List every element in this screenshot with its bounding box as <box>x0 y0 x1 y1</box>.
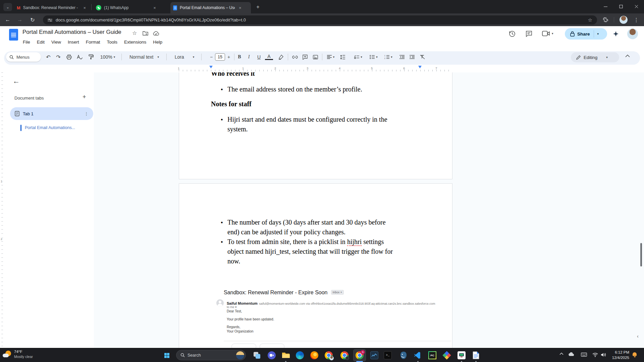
insert-image-icon[interactable] <box>311 53 320 61</box>
outline-item-portal-email[interactable]: Portal Email Automations... <box>25 125 75 130</box>
browser-tab-whatsapp[interactable]: (1) WhatsApp × <box>93 2 168 13</box>
postgresql-icon[interactable] <box>399 351 408 360</box>
decrease-font-icon[interactable]: − <box>208 53 215 61</box>
menu-extensions[interactable]: Extensions <box>121 39 149 47</box>
start-button[interactable] <box>162 351 171 360</box>
teams-chat-icon[interactable] <box>267 351 276 360</box>
redo-icon[interactable]: ↷ <box>54 53 62 61</box>
checklist-select[interactable]: ▾ <box>352 53 364 61</box>
left-indent-marker[interactable] <box>209 66 213 68</box>
weather-temp[interactable]: 74°F <box>14 350 22 354</box>
horizontal-ruler[interactable]: 1 1 2 3 4 5 6 7 <box>0 66 644 72</box>
underline-icon[interactable]: U <box>255 53 263 61</box>
weather-condition[interactable]: Mostly clear <box>14 355 33 359</box>
add-tab-icon[interactable]: + <box>83 94 86 101</box>
extensions-puzzle-icon[interactable] <box>601 15 610 24</box>
side-panel-expand-icon[interactable]: ‹ <box>637 334 639 339</box>
task-manager-icon[interactable] <box>370 351 379 360</box>
menu-insert[interactable]: Insert <box>65 39 82 47</box>
paragraph-style-select[interactable]: Normal text▾ <box>126 53 162 61</box>
tab-options-kebab-icon[interactable]: ⋮ <box>84 111 89 116</box>
close-icon[interactable]: × <box>237 5 243 10</box>
move-folder-icon[interactable] <box>143 31 148 36</box>
chrome-profile2-icon[interactable] <box>340 351 349 360</box>
version-history-icon[interactable] <box>508 30 516 38</box>
vertical-scrollbar[interactable] <box>640 243 642 266</box>
font-select[interactable]: Lora▾ <box>171 53 198 61</box>
docs-profile-avatar[interactable] <box>627 28 638 39</box>
new-tab-button[interactable]: + <box>254 3 262 11</box>
decrease-indent-icon[interactable] <box>397 53 406 61</box>
font-size-input[interactable]: 15 <box>215 53 225 61</box>
menu-view[interactable]: View <box>49 39 64 47</box>
google-docs-logo[interactable] <box>9 29 18 41</box>
gemini-spark-icon[interactable] <box>613 31 619 37</box>
undo-icon[interactable]: ↶ <box>44 53 52 61</box>
vscode-icon[interactable] <box>414 351 422 360</box>
spellcheck-icon[interactable] <box>75 53 84 61</box>
notification-bell-icon[interactable] <box>632 352 637 357</box>
bookmark-star-icon[interactable]: ☆ <box>588 17 592 23</box>
editing-mode-button[interactable]: Editing ▾ <box>571 52 619 62</box>
share-dropdown-icon[interactable]: ▾ <box>597 32 599 36</box>
window-minimize-button[interactable] <box>598 0 613 13</box>
chrome-profile1-icon[interactable] <box>324 351 333 360</box>
menu-help[interactable]: Help <box>150 39 165 47</box>
task-view-icon[interactable] <box>253 351 261 360</box>
menu-tools[interactable]: Tools <box>104 39 120 47</box>
right-indent-marker[interactable] <box>418 66 422 68</box>
meet-video-button[interactable]: ▾ <box>542 31 553 37</box>
pycharm-icon[interactable]: PC <box>428 351 437 360</box>
browser-tab-gmail[interactable]: M Sandbox: Renewal Reminder - E × <box>14 2 90 13</box>
back-arrow-icon[interactable]: ← <box>13 77 20 85</box>
print-icon[interactable] <box>65 53 73 61</box>
libreoffice-writer-icon[interactable] <box>472 351 480 360</box>
document-title[interactable]: Portal Email Automations – User Guide <box>22 29 121 36</box>
zoom-select[interactable]: 100%▾ <box>98 53 117 61</box>
paint-format-icon[interactable] <box>87 53 95 61</box>
back-icon[interactable]: ← <box>3 15 12 24</box>
forward-icon[interactable]: → <box>15 15 24 24</box>
sidebar-tab-1[interactable]: Tab 1 ⋮ <box>10 107 93 120</box>
tray-expand-icon[interactable] <box>559 352 564 355</box>
firefox-browser-icon[interactable] <box>310 351 319 360</box>
browser-menu-kebab-icon[interactable]: ⋮ <box>632 15 641 24</box>
touch-keyboard-icon[interactable] <box>581 353 587 357</box>
comments-icon[interactable] <box>525 30 533 38</box>
tab-search-button[interactable]: ⌄ <box>3 3 12 11</box>
menu-file[interactable]: File <box>20 39 33 47</box>
browser-profile-avatar[interactable] <box>620 16 628 24</box>
bold-icon[interactable]: B <box>235 53 244 61</box>
star-document-icon[interactable]: ☆ <box>132 30 137 36</box>
menu-format[interactable]: Format <box>83 39 103 47</box>
document-page-2[interactable] <box>179 183 452 348</box>
wifi-icon[interactable] <box>592 353 598 357</box>
reload-icon[interactable]: ↻ <box>28 15 37 24</box>
increase-indent-icon[interactable] <box>408 53 416 61</box>
close-icon[interactable]: × <box>82 5 87 10</box>
window-maximize-button[interactable] <box>613 0 629 13</box>
onedrive-cloud-icon[interactable] <box>568 352 574 356</box>
text-color-icon[interactable]: A <box>265 53 273 60</box>
taskpro-monitor-icon[interactable] <box>457 351 466 360</box>
window-close-button[interactable] <box>629 0 644 13</box>
color-diamond-app-icon[interactable] <box>442 351 451 360</box>
align-select[interactable]: ▾ <box>325 53 337 61</box>
increase-font-icon[interactable]: + <box>225 53 232 61</box>
file-explorer-icon[interactable] <box>281 351 290 360</box>
highlight-icon[interactable] <box>276 53 285 61</box>
close-icon[interactable]: × <box>152 5 157 10</box>
terminal-icon[interactable]: >_ <box>383 351 392 360</box>
chrome-profile3-icon-active[interactable]: S <box>355 351 364 360</box>
taskbar-clock[interactable]: 6:12 PM 12/4/2025 <box>606 350 629 360</box>
bulleted-list-select[interactable]: ▾ <box>368 53 380 61</box>
line-spacing-icon[interactable] <box>338 53 347 61</box>
add-comment-icon[interactable] <box>301 53 309 61</box>
insert-link-icon[interactable] <box>290 53 299 61</box>
address-bar[interactable]: docs.google.com/document/d/1jpc3R6Cmpii0… <box>43 15 597 24</box>
numbered-list-select[interactable]: 12 ▾ <box>382 53 394 61</box>
taskbar-search-box[interactable]: Search <box>176 350 246 360</box>
toolbar-menus-search[interactable]: Menus <box>6 52 41 62</box>
italic-icon[interactable]: I <box>245 53 253 61</box>
weather-icon[interactable] <box>3 351 11 359</box>
